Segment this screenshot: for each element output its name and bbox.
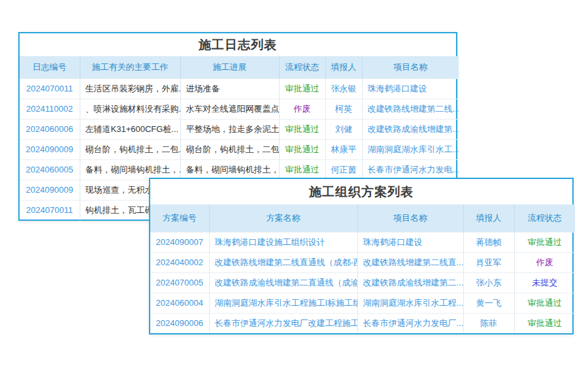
reporter-link[interactable]: 刘健 [325,119,362,139]
plan-id-link[interactable]: 2024040002 [150,252,209,272]
plan-name-link[interactable]: 改建铁路成渝线增建第二直通线（成渝枢... [209,272,357,293]
reporter-link[interactable]: 肖亚军 [463,252,514,272]
status-badge: 审批通过 [279,119,325,139]
log-id-link[interactable]: 2024070011 [20,200,80,220]
reporter-link[interactable]: 张永银 [325,78,362,99]
plan-name-link[interactable]: 改建铁路线增建第二线直通线（成都-西... [209,252,357,272]
status-badge: 未提交 [514,272,575,293]
project-link[interactable]: 改建铁路线增建第二线... [362,99,459,119]
log-id-link[interactable]: 2024070011 [20,78,80,99]
log-progress-cell: 进场准备 [180,78,279,99]
status-badge: 审批通过 [514,313,575,333]
log-id-link[interactable]: 2024090009 [20,180,80,200]
plan-id-link[interactable]: 2024060004 [150,293,209,313]
plan-col-name: 方案名称 [209,204,357,232]
plan-col-id: 方案编号 [150,204,209,232]
reporter-link[interactable]: 陈菲 [463,313,514,333]
project-link[interactable]: 长春市伊通河水力发电厂... [357,313,463,333]
log-work-cell: 、喷淋设施材料没有采购... [80,99,180,119]
log-table-title: 施工日志列表 [20,33,456,56]
plan-table-header-row: 方案编号 方案名称 项目名称 填报人 流程状态 [150,204,575,232]
log-progress-cell: 平整场地，拉走多余泥土... [180,119,279,139]
table-row: 2024040002 改建铁路线增建第二线直通线（成都-西... 改建铁路线增建… [150,252,575,272]
project-link[interactable]: 改建铁路线增建第二线直... [357,252,463,272]
log-progress-cell: 水车对全线遮阳网覆盖点... [180,99,279,119]
status-badge: 审批通过 [514,232,575,252]
plan-id-link[interactable]: 2024090006 [150,313,209,333]
table-row: 2024070005 改建铁路成渝线增建第二直通线（成渝枢... 改建铁路成渝线… [150,272,575,293]
table-row: 2024060005 备料，砌间墙钩机排土，... 备料，砌间墙钩机排土，...… [20,159,459,180]
plan-table-title: 施工组织方案列表 [150,179,572,204]
table-row: 2024060006 左辅道K31+600CFG桩... 平整场地，拉走多余泥土… [20,119,459,139]
plan-id-link[interactable]: 2024090007 [150,232,209,252]
project-link[interactable]: 改建铁路成渝线增建第... [362,119,459,139]
log-col-status: 流程状态 [279,56,325,78]
log-col-reporter: 填报人 [325,56,362,78]
project-link[interactable]: 珠海鹤港口建设 [362,78,459,99]
log-id-link[interactable]: 2024090009 [20,139,80,159]
reporter-link[interactable]: 黄一飞 [463,293,514,313]
log-work-cell: 砌台阶，钩机排土，二包... [80,139,180,159]
log-col-project: 项目名称 [362,56,459,78]
reporter-link[interactable]: 何正茵 [325,159,362,180]
project-link[interactable]: 珠海鹤港口建设 [357,232,463,252]
log-col-work: 施工有关的主要工作 [80,56,180,78]
log-id-link[interactable]: 2024060005 [20,159,80,180]
log-work-cell: 左辅道K31+600CFG桩... [80,119,180,139]
log-col-id: 日志编号 [20,56,80,78]
plan-table: 方案编号 方案名称 项目名称 填报人 流程状态 2024090007 珠海鹤港口… [150,204,575,333]
status-badge: 审批通过 [279,139,325,159]
log-progress-cell: 砌台阶，钩机排土，二包... [180,139,279,159]
plan-col-status: 流程状态 [514,204,575,232]
reporter-link[interactable]: 张小东 [463,272,514,293]
log-work-cell: 生活区吊装彩钢房，外雇... [80,78,180,99]
reporter-link[interactable]: 蒋德帧 [463,232,514,252]
plan-name-link[interactable]: 长春市伊通河水力发电厂改建工程施工组... [209,313,357,333]
log-id-link[interactable]: 2024110002 [20,99,80,119]
status-badge: 作废 [514,252,575,272]
reporter-link[interactable]: 林康平 [325,139,362,159]
log-progress-cell: 备料，砌间墙钩机排土，... [180,159,279,180]
table-row: 2024090007 珠海鹤港口建设施工组织设计 珠海鹤港口建设 蒋德帧 审批通… [150,232,575,252]
plan-name-link[interactable]: 珠海鹤港口建设施工组织设计 [209,232,357,252]
table-row: 2024060004 湖南洞庭湖水库引水工程施工I标施工组织... 湖南洞庭湖水… [150,293,575,313]
table-row: 2024090009 砌台阶，钩机排土，二包... 砌台阶，钩机排土，二包...… [20,139,459,159]
status-badge: 审批通过 [514,293,575,313]
plan-name-link[interactable]: 湖南洞庭湖水库引水工程施工I标施工组织... [209,293,357,313]
status-badge: 审批通过 [279,159,325,180]
project-link[interactable]: 改建铁路成渝线增建第二... [357,272,463,293]
page: 施工日志列表 日志编号 施工有关的主要工作 施工进展 流程状态 填报人 项目名称… [0,0,588,392]
plan-id-link[interactable]: 2024070005 [150,272,209,293]
plan-col-project: 项目名称 [357,204,463,232]
reporter-link[interactable]: 柯英 [325,99,362,119]
project-link[interactable]: 湖南洞庭湖水库引水工程... [357,293,463,313]
construction-plan-panel: 施工组织方案列表 方案编号 方案名称 项目名称 填报人 流程状态 2024090… [149,178,574,335]
status-badge: 审批通过 [279,78,325,99]
status-badge: 作废 [279,99,325,119]
log-id-link[interactable]: 2024060006 [20,119,80,139]
log-work-cell: 备料，砌间墙钩机排土，... [80,159,180,180]
table-row: 2024110002 、喷淋设施材料没有采购... 水车对全线遮阳网覆盖点...… [20,99,459,119]
log-col-progress: 施工进展 [180,56,279,78]
table-row: 2024090006 长春市伊通河水力发电厂改建工程施工组... 长春市伊通河水… [150,313,575,333]
project-link[interactable]: 湖南洞庭湖水库引水工... [362,139,459,159]
project-link[interactable]: 长春市伊通河水力发电... [362,159,459,180]
plan-col-reporter: 填报人 [463,204,514,232]
log-table-header-row: 日志编号 施工有关的主要工作 施工进展 流程状态 填报人 项目名称 [20,56,459,78]
table-row: 2024070011 生活区吊装彩钢房，外雇... 进场准备 审批通过 张永银 … [20,78,459,99]
